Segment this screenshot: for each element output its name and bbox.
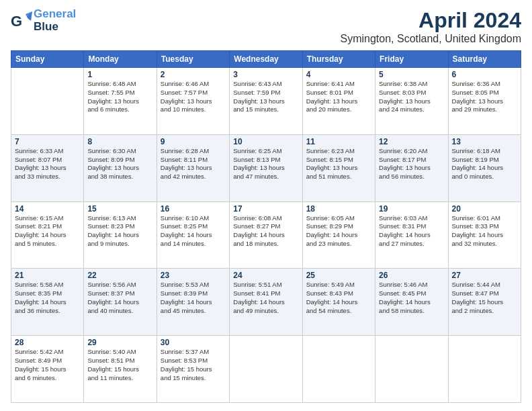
day-detail: Sunrise: 5:42 AMSunset: 8:49 PMDaylight:… [15, 348, 80, 382]
subtitle: Symington, Scotland, United Kingdom [341, 33, 521, 45]
calendar-cell: 18Sunrise: 6:05 AMSunset: 8:29 PMDayligh… [302, 201, 375, 269]
logo-blue: Blue [34, 21, 76, 34]
day-number: 20 [452, 204, 517, 214]
day-number: 6 [452, 70, 517, 79]
calendar-table: SundayMondayTuesdayWednesdayThursdayFrid… [11, 50, 521, 403]
day-detail: Sunrise: 6:46 AMSunset: 7:57 PMDaylight:… [161, 80, 226, 114]
day-number: 15 [87, 204, 152, 214]
day-detail: Sunrise: 6:36 AMSunset: 8:05 PMDaylight:… [452, 80, 517, 114]
calendar-cell: 17Sunrise: 6:08 AMSunset: 8:27 PMDayligh… [230, 201, 302, 269]
day-detail: Sunrise: 6:23 AMSunset: 8:15 PMDaylight:… [306, 147, 371, 181]
day-header-sunday: Sunday [11, 51, 84, 68]
calendar-cell: 11Sunrise: 6:23 AMSunset: 8:15 PMDayligh… [302, 134, 375, 201]
day-number: 3 [233, 70, 298, 79]
day-number: 8 [87, 137, 152, 146]
day-detail: Sunrise: 6:28 AMSunset: 8:11 PMDaylight:… [161, 147, 226, 181]
calendar-cell: 5Sunrise: 6:38 AMSunset: 8:03 PMDaylight… [375, 68, 448, 135]
day-number: 11 [306, 137, 371, 146]
calendar-cell: 23Sunrise: 5:53 AMSunset: 8:39 PMDayligh… [157, 269, 229, 336]
day-number: 27 [452, 271, 517, 280]
day-detail: Sunrise: 6:01 AMSunset: 8:33 PMDaylight:… [452, 214, 517, 248]
logo: G General Blue [11, 8, 76, 33]
day-number: 29 [87, 338, 152, 347]
day-number: 1 [87, 70, 152, 79]
svg-text:G: G [11, 13, 22, 30]
day-header-monday: Monday [84, 51, 157, 68]
day-detail: Sunrise: 6:43 AMSunset: 7:59 PMDaylight:… [233, 80, 298, 114]
day-detail: Sunrise: 6:48 AMSunset: 7:55 PMDaylight:… [87, 80, 152, 114]
day-header-thursday: Thursday [302, 51, 375, 68]
calendar-cell: 8Sunrise: 6:30 AMSunset: 8:09 PMDaylight… [84, 134, 157, 201]
header: G General Blue April 2024 Symington, Sco… [11, 8, 521, 45]
day-detail: Sunrise: 5:40 AMSunset: 8:51 PMDaylight:… [87, 348, 152, 382]
day-detail: Sunrise: 6:10 AMSunset: 8:25 PMDaylight:… [161, 214, 226, 248]
day-detail: Sunrise: 6:18 AMSunset: 8:19 PMDaylight:… [452, 147, 517, 181]
day-number: 30 [161, 338, 226, 347]
day-detail: Sunrise: 6:08 AMSunset: 8:27 PMDaylight:… [233, 214, 298, 248]
calendar-cell [375, 336, 448, 403]
calendar-cell: 1Sunrise: 6:48 AMSunset: 7:55 PMDaylight… [84, 68, 157, 135]
day-header-tuesday: Tuesday [157, 51, 229, 68]
day-detail: Sunrise: 6:30 AMSunset: 8:09 PMDaylight:… [87, 147, 152, 181]
main-title: April 2024 [341, 8, 521, 33]
calendar-week-row: 7Sunrise: 6:33 AMSunset: 8:07 PMDaylight… [11, 134, 521, 201]
calendar-week-row: 14Sunrise: 6:15 AMSunset: 8:21 PMDayligh… [11, 201, 521, 269]
day-number: 25 [306, 271, 371, 280]
calendar-week-row: 1Sunrise: 6:48 AMSunset: 7:55 PMDaylight… [11, 68, 521, 135]
day-detail: Sunrise: 5:56 AMSunset: 8:37 PMDaylight:… [87, 281, 152, 315]
calendar-cell: 16Sunrise: 6:10 AMSunset: 8:25 PMDayligh… [157, 201, 229, 269]
day-number: 16 [161, 204, 226, 214]
calendar-cell: 10Sunrise: 6:25 AMSunset: 8:13 PMDayligh… [230, 134, 302, 201]
day-detail: Sunrise: 5:53 AMSunset: 8:39 PMDaylight:… [161, 281, 226, 315]
day-number: 5 [379, 70, 444, 79]
day-number: 18 [306, 204, 371, 214]
day-number: 7 [15, 137, 80, 146]
day-number: 4 [306, 70, 371, 79]
calendar-cell: 26Sunrise: 5:46 AMSunset: 8:45 PMDayligh… [375, 269, 448, 336]
calendar-cell: 22Sunrise: 5:56 AMSunset: 8:37 PMDayligh… [84, 269, 157, 336]
day-number: 19 [379, 204, 444, 214]
calendar-cell [302, 336, 375, 403]
calendar-cell [11, 68, 84, 135]
calendar-cell: 12Sunrise: 6:20 AMSunset: 8:17 PMDayligh… [375, 134, 448, 201]
calendar-cell: 20Sunrise: 6:01 AMSunset: 8:33 PMDayligh… [448, 201, 521, 269]
page: G General Blue April 2024 Symington, Sco… [0, 0, 532, 411]
day-detail: Sunrise: 6:25 AMSunset: 8:13 PMDaylight:… [233, 147, 298, 181]
day-number: 21 [15, 271, 80, 280]
calendar-cell: 9Sunrise: 6:28 AMSunset: 8:11 PMDaylight… [157, 134, 229, 201]
title-block: April 2024 Symington, Scotland, United K… [341, 8, 521, 45]
day-detail: Sunrise: 5:44 AMSunset: 8:47 PMDaylight:… [452, 281, 517, 315]
calendar-cell: 13Sunrise: 6:18 AMSunset: 8:19 PMDayligh… [448, 134, 521, 201]
logo-bird-icon: G [11, 10, 32, 32]
day-detail: Sunrise: 6:13 AMSunset: 8:23 PMDaylight:… [87, 214, 152, 248]
calendar-cell: 3Sunrise: 6:43 AMSunset: 7:59 PMDaylight… [230, 68, 302, 135]
day-detail: Sunrise: 6:05 AMSunset: 8:29 PMDaylight:… [306, 214, 371, 248]
day-detail: Sunrise: 5:49 AMSunset: 8:43 PMDaylight:… [306, 281, 371, 315]
day-number: 28 [15, 338, 80, 347]
day-number: 22 [87, 271, 152, 280]
day-detail: Sunrise: 5:46 AMSunset: 8:45 PMDaylight:… [379, 281, 444, 315]
day-number: 9 [161, 137, 226, 146]
calendar-cell [448, 336, 521, 403]
day-detail: Sunrise: 6:41 AMSunset: 8:01 PMDaylight:… [306, 80, 371, 114]
day-number: 17 [233, 204, 298, 214]
calendar-cell: 27Sunrise: 5:44 AMSunset: 8:47 PMDayligh… [448, 269, 521, 336]
day-detail: Sunrise: 6:03 AMSunset: 8:31 PMDaylight:… [379, 214, 444, 248]
calendar-cell: 24Sunrise: 5:51 AMSunset: 8:41 PMDayligh… [230, 269, 302, 336]
day-header-friday: Friday [375, 51, 448, 68]
calendar-header-row: SundayMondayTuesdayWednesdayThursdayFrid… [11, 51, 521, 68]
day-detail: Sunrise: 6:33 AMSunset: 8:07 PMDaylight:… [15, 147, 80, 181]
day-number: 23 [161, 271, 226, 280]
calendar-cell [230, 336, 302, 403]
day-number: 10 [233, 137, 298, 146]
calendar-week-row: 21Sunrise: 5:58 AMSunset: 8:35 PMDayligh… [11, 269, 521, 336]
day-number: 13 [452, 137, 517, 146]
day-number: 26 [379, 271, 444, 280]
calendar-cell: 7Sunrise: 6:33 AMSunset: 8:07 PMDaylight… [11, 134, 84, 201]
calendar-cell: 19Sunrise: 6:03 AMSunset: 8:31 PMDayligh… [375, 201, 448, 269]
calendar-cell: 14Sunrise: 6:15 AMSunset: 8:21 PMDayligh… [11, 201, 84, 269]
day-header-wednesday: Wednesday [230, 51, 302, 68]
day-detail: Sunrise: 6:38 AMSunset: 8:03 PMDaylight:… [379, 80, 444, 114]
day-detail: Sunrise: 5:58 AMSunset: 8:35 PMDaylight:… [15, 281, 80, 315]
calendar-cell: 29Sunrise: 5:40 AMSunset: 8:51 PMDayligh… [84, 336, 157, 403]
